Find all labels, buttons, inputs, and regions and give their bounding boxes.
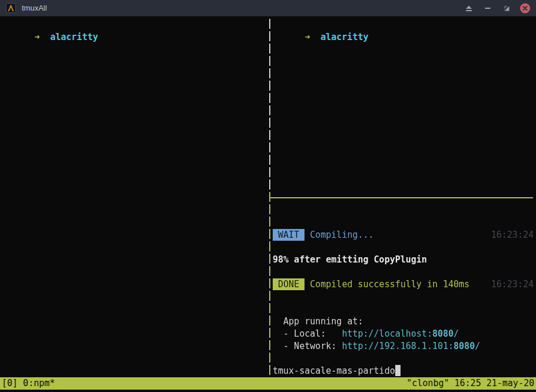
window-title: tmuxAll xyxy=(22,4,47,12)
titlebar[interactable]: tmuxAll xyxy=(0,0,536,16)
left-pane-prompt: ➜ alacritty xyxy=(2,19,98,56)
local-url-line: - Local: http://localhost:8080/ xyxy=(273,328,534,340)
window-controls xyxy=(463,2,536,14)
vertical-pane-border-active xyxy=(269,192,270,377)
titlebar-left: tmuxAll xyxy=(0,3,47,13)
vertical-pane-border-inactive xyxy=(269,19,270,192)
command-line[interactable]: tmux-sacale-mas-partido xyxy=(273,365,534,377)
network-label: - Network: xyxy=(273,341,342,351)
left-pane[interactable]: ➜ alacritty xyxy=(0,16,269,377)
right-top-pane[interactable]: ➜ alacritty xyxy=(271,16,536,198)
done-badge: DONE xyxy=(273,278,305,290)
prompt-text: alacritty xyxy=(50,32,98,42)
prompt-arrow-icon: ➜ xyxy=(305,31,315,44)
done-message: Compiled successfully in 140ms xyxy=(310,279,469,290)
app-running-line: App running at: xyxy=(273,315,534,328)
command-left: tmux-sacale-mas-partido xyxy=(273,365,401,377)
network-url-link[interactable]: http://192.168.1.101:8080/ xyxy=(342,341,480,351)
done-line-left: DONE Compiled successfully in 140ms xyxy=(273,278,469,291)
app-running-text: App running at: xyxy=(273,315,363,328)
local-port: 8080 xyxy=(432,328,454,339)
shade-button[interactable] xyxy=(463,2,474,14)
minimize-button[interactable] xyxy=(482,2,493,14)
network-url-left: - Network: http://192.168.1.101:8080/ xyxy=(273,340,480,353)
right-top-pane-prompt: ➜ alacritty xyxy=(273,19,369,56)
network-port: 8080 xyxy=(454,341,475,351)
wait-line-left: WAIT Compiling... xyxy=(273,229,374,241)
terminal-cursor xyxy=(395,365,401,376)
status-left[interactable]: [0] 0:npm* xyxy=(2,377,55,390)
network-url-line: - Network: http://192.168.1.101:8080/ xyxy=(273,340,534,353)
local-label: - Local: xyxy=(273,328,342,339)
local-url-left: - Local: http://localhost:8080/ xyxy=(273,328,459,340)
wait-line: WAIT Compiling... 16:23:24 xyxy=(273,229,534,241)
done-line: DONE Compiled successfully in 140ms 16:2… xyxy=(273,278,534,291)
alacritty-window: tmuxAll xyxy=(0,0,536,392)
typed-command: tmux-sacale-mas-partido xyxy=(273,366,395,376)
status-right: "clonbg" 16:25 21-may-20 xyxy=(406,377,534,390)
local-url-link[interactable]: http://localhost:8080/ xyxy=(342,328,459,339)
prompt-arrow-icon: ➜ xyxy=(34,31,45,44)
prompt-text: alacritty xyxy=(320,32,368,42)
alacritty-logo-icon xyxy=(6,3,16,13)
wait-badge: WAIT xyxy=(273,229,305,241)
close-button[interactable] xyxy=(520,2,531,14)
wait-message: Compiling... xyxy=(310,230,373,240)
right-bottom-pane[interactable]: WAIT Compiling... 16:23:24 98% after emi… xyxy=(271,198,536,377)
tmux-status-bar: [0] 0:npm* "clonbg" 16:25 21-may-20 xyxy=(0,377,536,390)
wait-timestamp: 16:23:24 xyxy=(491,229,534,241)
done-timestamp: 16:23:24 xyxy=(491,278,534,291)
maximize-button[interactable] xyxy=(501,2,512,14)
progress-line: 98% after emitting CopyPlugin xyxy=(273,254,534,266)
progress-text: 98% after emitting CopyPlugin xyxy=(273,254,427,266)
